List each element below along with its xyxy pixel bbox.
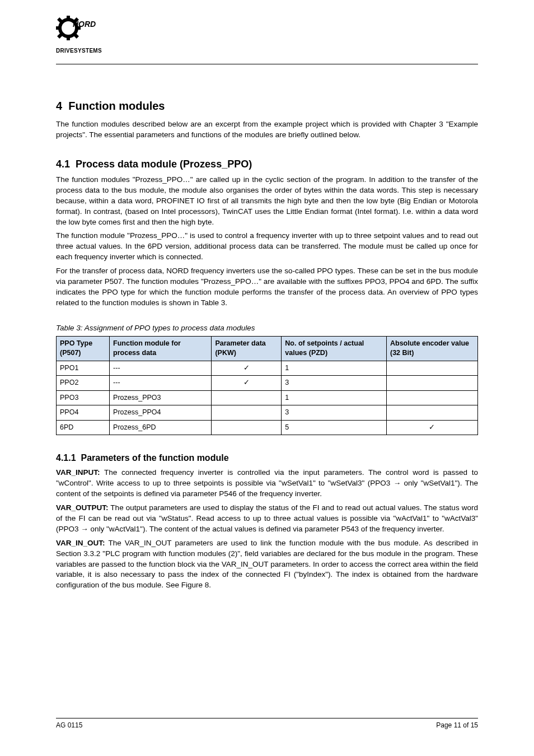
cell: PPO1	[57, 361, 110, 376]
table-header-row: PPO Type (P507) Function module for proc…	[57, 336, 478, 361]
footer-right: Page 11 of 15	[436, 721, 478, 730]
cell: PPO2	[57, 376, 110, 391]
body-var-output: The output parameters are used to displa…	[56, 503, 478, 533]
table-row: PPO3 Prozess_PPO3 1	[57, 390, 478, 405]
para-ppo-1: The function modules "Prozess_PPO…" are …	[56, 175, 478, 227]
cell	[212, 405, 282, 421]
heading-4-number: 4	[56, 100, 62, 112]
svg-text:NORD: NORD	[73, 20, 96, 29]
cell: 3	[282, 405, 387, 421]
para-fun-var-inout: VAR_IN_OUT: The VAR_IN_OUT parameters ar…	[56, 538, 478, 591]
page-footer: AG 0115 Page 11 of 15	[56, 718, 478, 730]
cell	[386, 390, 477, 405]
footer-left: AG 0115	[56, 721, 82, 730]
logo-tagline: DRIVESYSTEMS	[56, 47, 111, 55]
cell: Prozess_PPO4	[110, 405, 212, 421]
table-row: PPO1 --- ✓ 1	[57, 361, 478, 376]
document-body: 4 Function modules The function modules …	[56, 64, 478, 591]
heading-4-1-number: 4.1	[56, 158, 70, 170]
lead-var-inout: VAR_IN_OUT:	[56, 539, 105, 547]
para-fun-var-output: VAR_OUTPUT: The output parameters are us…	[56, 503, 478, 535]
para-fun-var-input: VAR_INPUT: The connected frequency inver…	[56, 468, 478, 500]
footer-rule	[56, 718, 478, 718]
th-pzd: No. of setpoints / actual values (PZD)	[282, 336, 387, 361]
svg-rect-3	[56, 26, 60, 30]
heading-4-1-title: Process data module (Prozess_PPO)	[76, 158, 252, 170]
cell: ✓	[386, 420, 477, 435]
cell	[212, 390, 282, 405]
svg-rect-2	[67, 36, 70, 40]
heading-4-1-1-number: 4.1.1	[56, 453, 76, 463]
heading-4: 4 Function modules	[56, 98, 478, 114]
table-row: PPO2 --- ✓ 3	[57, 376, 478, 391]
table-3: PPO Type (P507) Function module for proc…	[56, 336, 478, 436]
heading-4-1-1: 4.1.1 Parameters of the function module	[56, 452, 478, 464]
table-3-caption: Table 3: Assignment of PPO types to proc…	[56, 323, 478, 334]
body-var-inout: The VAR_IN_OUT parameters are used to li…	[56, 539, 478, 590]
cell: Prozess_PPO3	[110, 390, 212, 405]
cell: 6PD	[57, 420, 110, 435]
cell: 5	[282, 420, 387, 435]
body-var-input: The connected frequency inverter is cont…	[56, 468, 478, 498]
cell: ---	[110, 376, 212, 391]
th-encoder: Absolute encoder value (32 Bit)	[386, 336, 477, 361]
para-ppo-2: The function module "Prozess_PPO…" is us…	[56, 231, 478, 263]
nord-logo: NORD DRIVESYSTEMS	[56, 16, 111, 55]
cell: ✓	[212, 376, 282, 391]
svg-rect-1	[67, 16, 70, 20]
cell	[386, 361, 477, 376]
heading-4-title: Function modules	[68, 100, 165, 112]
cell: 1	[282, 361, 387, 376]
cell: PPO4	[57, 405, 110, 421]
th-fun-module: Function module for process data	[110, 336, 212, 361]
cell: ✓	[212, 361, 282, 376]
cell: 3	[282, 376, 387, 391]
cell: 1	[282, 390, 387, 405]
cell: Prozess_6PD	[110, 420, 212, 435]
cell	[386, 405, 477, 421]
table-row: 6PD Prozess_6PD 5 ✓	[57, 420, 478, 435]
cell: ---	[110, 361, 212, 376]
lead-var-input: VAR_INPUT:	[56, 468, 100, 477]
lead-var-output: VAR_OUTPUT:	[56, 503, 109, 512]
cell	[212, 420, 282, 435]
heading-4-1-1-title: Parameters of the function module	[81, 453, 228, 463]
cell: PPO3	[57, 390, 110, 405]
para-intro: The function modules described below are…	[56, 119, 478, 141]
th-ppo-type: PPO Type (P507)	[57, 336, 110, 361]
table-row: PPO4 Prozess_PPO4 3	[57, 405, 478, 421]
heading-4-1: 4.1 Process data module (Prozess_PPO)	[56, 157, 478, 171]
para-ppo-3: For the transfer of process data, NORD f…	[56, 266, 478, 309]
th-pkw: Parameter data (PKW)	[212, 336, 282, 361]
cell	[386, 376, 477, 391]
